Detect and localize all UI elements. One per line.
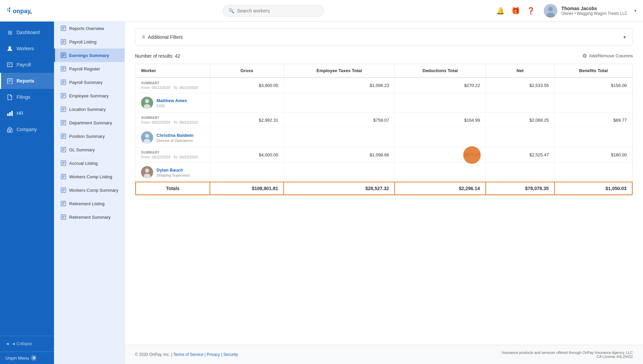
search-bar[interactable]: 🔍 [223, 5, 324, 17]
reports-nav-label: Earnings Summary [69, 53, 109, 58]
benefits-amount: $156.00 [555, 78, 632, 93]
report-icon [60, 174, 66, 180]
reports-sidebar-item-earnings-summary[interactable]: Earnings Summary [54, 49, 124, 62]
help-icon[interactable]: ❓ [527, 7, 535, 15]
svg-point-38 [145, 169, 149, 173]
summary-info: SUMMARY From: 06/22/2020 · To: 06/22/202… [136, 78, 210, 93]
sidebar-item-workers[interactable]: Workers [0, 40, 54, 57]
col-employee-taxes: Employee Taxes Total [284, 64, 395, 78]
worker-name[interactable]: Christina Baldwin [157, 133, 194, 138]
deductions-amount: $270.22 [395, 78, 486, 93]
table-row[interactable]: Christina Baldwin Director of Operations [136, 128, 632, 147]
totals-row: Totals $108,901.81 $28,527.32 $2,296.14 … [136, 182, 632, 195]
report-icon [60, 201, 66, 207]
table-row[interactable]: Dylan Bauch Shipping Supervisor [136, 163, 632, 182]
user-dropdown-arrow[interactable]: ▾ [634, 8, 636, 13]
worker-info: Christina Baldwin Director of Operations [157, 133, 194, 143]
reports-sidebar-item-workers-comp-listing[interactable]: Workers Comp Listing [54, 170, 124, 183]
search-icon: 🔍 [228, 8, 234, 13]
reports-nav-label: Retirement Listing [69, 201, 105, 206]
svg-rect-15 [9, 130, 10, 132]
reports-sidebar-item-accrual-listing[interactable]: Accrual Listing [54, 156, 124, 170]
reports-sidebar-item-payroll-summary[interactable]: Payroll Summary [54, 75, 124, 89]
results-count: Number of results: 42 [135, 53, 180, 59]
svg-rect-3 [9, 10, 10, 12]
reports-sidebar-item-payroll-listing[interactable]: Payroll Listing [54, 35, 124, 49]
reports-nav-label: Location Summary [69, 107, 106, 112]
search-input[interactable] [237, 8, 311, 13]
bell-icon[interactable]: 🔔 [496, 7, 505, 15]
worker-cell[interactable]: Matthew Ames COO [136, 93, 210, 113]
sidebar-item-reports[interactable]: Reports [0, 73, 54, 89]
worker-cell[interactable]: Christina Baldwin Director of Operations [136, 128, 210, 147]
reports-sidebar-item-reports-overview[interactable]: Reports Overview [54, 22, 124, 35]
col-benefits: Benefits Total [555, 64, 632, 78]
footer-privacy[interactable]: Privacy [207, 352, 220, 357]
svg-text:onpay: onpay [13, 8, 31, 14]
worker-name[interactable]: Matthew Ames [157, 98, 187, 103]
totals-benefits: $1,050.03 [555, 182, 632, 195]
reports-nav-label: Reports Overview [69, 26, 104, 31]
sidebar-item-company[interactable]: Company [0, 121, 54, 138]
reports-nav-label: Payroll Summary [69, 80, 103, 85]
report-icon [60, 79, 66, 85]
gift-icon[interactable]: 🎁 [511, 7, 520, 15]
summary-info: SUMMARY From: 06/22/2020 · To: 06/22/202… [136, 113, 210, 128]
reports-sidebar-item-retirement-summary[interactable]: Retirement Summary [54, 210, 124, 224]
data-table-wrapper: Worker Gross Employee Taxes Total Deduct… [135, 64, 633, 195]
data-table: Worker Gross Employee Taxes Total Deduct… [135, 64, 633, 195]
sidebar-item-hr[interactable]: HR [0, 105, 54, 121]
footer-terms[interactable]: Terms of Service [173, 352, 203, 357]
svg-rect-11 [7, 114, 9, 116]
sidebar-label-company: Company [17, 127, 37, 132]
worker-name[interactable]: Dylan Bauch [157, 168, 190, 173]
add-remove-columns[interactable]: ⚙ Add/Remove Columns [582, 53, 633, 59]
unpin-menu[interactable]: Unpin Menu ✕ [5, 355, 49, 361]
deductions-amount: $164.99 [395, 113, 486, 128]
col-net: Net [486, 64, 555, 78]
sidebar-item-filings[interactable]: Filings [0, 89, 54, 105]
svg-rect-0 [7, 8, 8, 9]
svg-point-9 [8, 46, 11, 49]
collapse-sidebar[interactable]: ◄ ◄ Collapse [0, 336, 54, 352]
reports-sidebar-item-workers-comp-summary[interactable]: Workers Comp Summary [54, 183, 124, 197]
net-amount: $2,533.55 [486, 78, 555, 93]
footer-security[interactable]: Security [223, 352, 238, 357]
filters-bar[interactable]: ≡ Additional Filters ▾ [135, 28, 633, 46]
logo-svg: onpay [7, 6, 44, 16]
user-area[interactable]: Thomas Jacobs Owner • Wagging Wagon Trea… [544, 4, 636, 18]
footer-links: © 2020 OnPay, Inc. | Terms of Service | … [135, 352, 238, 357]
reports-sidebar-item-employee-summary[interactable]: Employee Summary [54, 89, 124, 102]
reports-nav-label: Retirement Summary [69, 215, 111, 220]
svg-rect-1 [9, 7, 10, 9]
gross-amount: $4,000.00 [210, 147, 284, 163]
reports-sidebar-item-gl-summary[interactable]: GL Summary [54, 143, 124, 156]
collapse-label: ◄ Collapse [11, 341, 32, 346]
table-row[interactable]: Matthew Ames COO [136, 93, 632, 113]
totals-taxes: $28,527.32 [284, 182, 395, 195]
collapse-arrow: ◄ [5, 341, 9, 346]
svg-rect-10 [7, 79, 12, 84]
report-icon [60, 147, 66, 153]
unpin-label: Unpin Menu [5, 356, 29, 361]
results-header: Number of results: 42 ⚙ Add/Remove Colum… [135, 53, 633, 59]
reports-sidebar-item-retirement-listing[interactable]: Retirement Listing [54, 197, 124, 210]
reports-sidebar-item-location-summary[interactable]: Location Summary [54, 102, 124, 116]
svg-point-35 [145, 134, 149, 138]
sidebar-item-payroll[interactable]: Payroll [0, 57, 54, 73]
dashboard-icon: ⊞ [6, 29, 13, 36]
reports-sidebar-item-department-summary[interactable]: Department Summary [54, 116, 124, 129]
benefits-amount: $89.77 [555, 113, 632, 128]
reports-sidebar-item-position-summary[interactable]: Position Summary [54, 129, 124, 143]
taxes-amount: $1,096.23 [284, 78, 395, 93]
main-content: ≡ Additional Filters ▾ Number of results… [125, 22, 643, 364]
svg-rect-13 [11, 111, 13, 116]
reports-sidebar-item-payroll-register[interactable]: Payroll Register [54, 62, 124, 75]
net-amount: $2,068.25 [486, 113, 555, 128]
reports-icon [6, 78, 13, 84]
footer-copyright: © 2020 OnPay, Inc. [135, 352, 170, 357]
worker-cell[interactable]: Dylan Bauch Shipping Supervisor [136, 163, 210, 182]
worker-avatar [141, 97, 153, 109]
taxes-amount: $1,098.66 [284, 147, 395, 163]
sidebar-item-dashboard[interactable]: ⊞ Dashboard [0, 24, 54, 40]
